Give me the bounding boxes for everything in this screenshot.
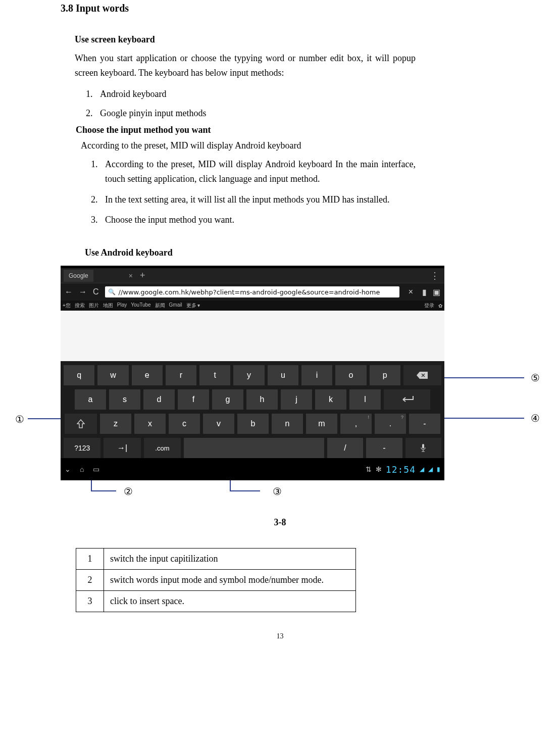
signal-icon: ◢ bbox=[428, 466, 433, 473]
callout-1: ① bbox=[15, 413, 24, 425]
nav-link[interactable]: +您 bbox=[63, 302, 71, 309]
key-shift[interactable] bbox=[65, 414, 97, 434]
android-screenshot: Google × + ⋮ ← → C 🔍 //www.google.com.hk… bbox=[61, 266, 444, 480]
key-backspace[interactable] bbox=[403, 365, 441, 385]
key-y[interactable]: y bbox=[233, 365, 264, 385]
nav-link[interactable]: 图片 bbox=[89, 302, 99, 309]
forward-icon[interactable]: → bbox=[79, 287, 87, 296]
key-a[interactable]: a bbox=[75, 389, 106, 410]
key-mic[interactable] bbox=[405, 438, 441, 458]
clear-url-icon[interactable]: × bbox=[409, 287, 413, 296]
key-j[interactable]: j bbox=[281, 389, 312, 410]
nav-recent-icon[interactable]: ▭ bbox=[93, 465, 99, 473]
nav-hide-icon[interactable]: ⌄ bbox=[65, 465, 71, 473]
nav-link[interactable]: Gmail bbox=[169, 302, 182, 309]
key-p[interactable]: p bbox=[370, 365, 400, 385]
list-item: According to the preset, MID will displa… bbox=[100, 157, 416, 186]
bookmarks-icon[interactable]: ▮ bbox=[422, 287, 427, 297]
login-link[interactable]: 登录 bbox=[424, 302, 434, 309]
list-item: Google pinyin input methods bbox=[95, 105, 416, 122]
key-o[interactable]: o bbox=[335, 365, 366, 385]
table-row: 3 click to insert space. bbox=[76, 591, 356, 612]
key-z[interactable]: z bbox=[100, 414, 131, 434]
browser-tab[interactable]: Google bbox=[64, 270, 93, 282]
table-row: 1 switch the input capitilization bbox=[76, 549, 356, 570]
key-b[interactable]: b bbox=[237, 414, 269, 434]
key-t[interactable]: t bbox=[199, 365, 230, 385]
list-item: Choose the input method you want. bbox=[100, 213, 416, 227]
heading-use-android-keyboard: Use Android keyboard bbox=[85, 247, 416, 258]
callout-line bbox=[433, 377, 524, 378]
star-icon[interactable]: ▣ bbox=[433, 287, 440, 297]
status-icon: ⇅ bbox=[366, 465, 372, 473]
key-i[interactable]: i bbox=[301, 365, 332, 385]
new-tab-icon[interactable]: + bbox=[140, 270, 145, 281]
list-item: In the text setting area, it will list a… bbox=[100, 192, 416, 207]
key-period[interactable]: .? bbox=[375, 414, 406, 434]
svg-rect-0 bbox=[422, 444, 424, 449]
page-number: 13 bbox=[15, 632, 545, 640]
table-row: 2 switch words input mode and symbol mod… bbox=[76, 570, 356, 591]
list-item: Android keyboard bbox=[95, 85, 416, 103]
key-dash-2[interactable]: - bbox=[366, 438, 402, 458]
key-f[interactable]: f bbox=[178, 389, 209, 410]
callout-3: ③ bbox=[273, 485, 282, 497]
on-screen-keyboard: q w e r t y u i o p a s d f g bbox=[61, 361, 444, 458]
key-w[interactable]: w bbox=[97, 365, 128, 385]
legend-table: 1 switch the input capitilization 2 swit… bbox=[76, 548, 356, 612]
paragraph-intro: When you start application or choose the… bbox=[75, 51, 416, 80]
key-d[interactable]: d bbox=[143, 389, 175, 410]
key-r[interactable]: r bbox=[166, 365, 196, 385]
nav-link[interactable]: 搜索 bbox=[75, 302, 85, 309]
key-slash[interactable]: / bbox=[327, 438, 363, 458]
nav-link[interactable]: 更多 ▾ bbox=[186, 302, 200, 309]
status-icon: ✻ bbox=[376, 465, 382, 473]
browser-toolbar: ← → C 🔍 //www.google.com.hk/webhp?client… bbox=[61, 283, 444, 301]
key-m[interactable]: m bbox=[306, 414, 337, 434]
key-u[interactable]: u bbox=[268, 365, 298, 385]
nav-link[interactable]: 地图 bbox=[103, 302, 113, 309]
legend-text: switch words input mode and symbol mode/… bbox=[104, 570, 356, 591]
gear-icon[interactable]: ✿ bbox=[438, 303, 442, 309]
key-space[interactable] bbox=[184, 438, 324, 458]
key-e[interactable]: e bbox=[132, 365, 163, 385]
back-icon[interactable]: ← bbox=[65, 287, 73, 296]
key-l[interactable]: l bbox=[349, 389, 381, 410]
key-g[interactable]: g bbox=[212, 389, 243, 410]
status-clock: 12:54 bbox=[386, 464, 416, 475]
system-nav-bar: ⌄ ⌂ ▭ ⇅ ✻ 12:54 ◢ ◢ ▮ bbox=[61, 462, 444, 476]
figure-keyboard-screenshot: ① ⑤ ④ ② ③ Google × + ⋮ bbox=[15, 266, 545, 513]
key-dash[interactable]: - bbox=[409, 414, 440, 434]
key-n[interactable]: n bbox=[272, 414, 303, 434]
key-k[interactable]: k bbox=[315, 389, 346, 410]
callout-2: ② bbox=[124, 485, 133, 497]
callout-4: ④ bbox=[531, 412, 540, 424]
close-tab-icon[interactable]: × bbox=[129, 272, 133, 280]
legend-text: click to insert space. bbox=[104, 591, 356, 612]
reload-icon[interactable]: C bbox=[93, 287, 99, 296]
key-c[interactable]: c bbox=[169, 414, 200, 434]
battery-icon: ▮ bbox=[437, 466, 440, 473]
key-v[interactable]: v bbox=[203, 414, 234, 434]
key-tab[interactable]: →| bbox=[104, 438, 140, 458]
figure-caption: 3-8 bbox=[15, 517, 545, 528]
nav-link[interactable]: 新闻 bbox=[155, 302, 165, 309]
nav-home-icon[interactable]: ⌂ bbox=[80, 465, 84, 473]
key-enter[interactable] bbox=[384, 389, 430, 410]
nav-link[interactable]: Play bbox=[117, 302, 127, 309]
key-mode-switch[interactable]: ?123 bbox=[64, 438, 100, 458]
heading-choose-input: Choose the input method you want bbox=[76, 125, 416, 135]
url-input[interactable]: 🔍 //www.google.com.hk/webhp?client=ms-an… bbox=[105, 286, 399, 297]
key-h[interactable]: h bbox=[246, 389, 278, 410]
key-comma[interactable]: ,! bbox=[340, 414, 372, 434]
list-input-methods: Android keyboard Google pinyin input met… bbox=[95, 85, 416, 122]
key-q[interactable]: q bbox=[64, 365, 94, 385]
wifi-icon: ◢ bbox=[420, 466, 424, 473]
google-links-bar: +您 搜索 图片 地图 Play YouTube 新闻 Gmail 更多 ▾ 登… bbox=[61, 301, 444, 311]
menu-icon[interactable]: ⋮ bbox=[430, 273, 439, 278]
nav-link[interactable]: YouTube bbox=[131, 302, 150, 309]
key-x[interactable]: x bbox=[134, 414, 166, 434]
key-s[interactable]: s bbox=[109, 389, 140, 410]
callout-line bbox=[91, 490, 116, 491]
key-dotcom[interactable]: .com bbox=[144, 438, 181, 458]
